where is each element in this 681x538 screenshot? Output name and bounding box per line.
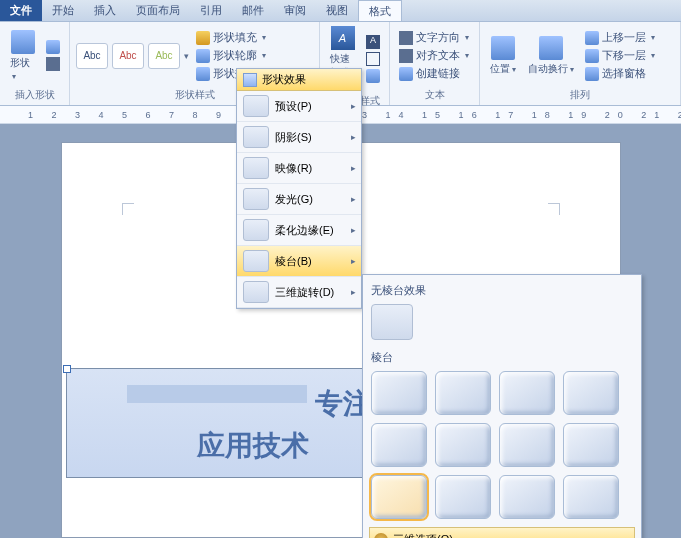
bevel-preset-6[interactable] — [435, 423, 491, 467]
style-preset-2[interactable]: Abc — [112, 43, 144, 69]
align-text-icon — [399, 49, 413, 63]
tab-references[interactable]: 引用 — [190, 0, 232, 21]
tab-mailings[interactable]: 邮件 — [232, 0, 274, 21]
text-fill-button[interactable]: A — [363, 34, 383, 50]
shapes-gallery-button[interactable]: 形状 — [6, 28, 39, 83]
align-text-button[interactable]: 对齐文本 — [396, 47, 472, 64]
bevel-submenu: 无棱台效果 棱台 三维选项(O)... — [362, 274, 642, 538]
tab-file[interactable]: 文件 — [0, 0, 42, 21]
fx-shadow-thumb — [243, 126, 269, 148]
chevron-right-icon: ▸ — [351, 256, 356, 266]
bevel-preset-5[interactable] — [371, 423, 427, 467]
3d-options-icon — [374, 533, 388, 539]
text-effects-button[interactable] — [363, 68, 383, 84]
bevel-preset-10[interactable] — [435, 475, 491, 519]
fx-glow[interactable]: 发光(G)▸ — [237, 184, 361, 215]
fx-reflection[interactable]: 映像(R)▸ — [237, 153, 361, 184]
chevron-right-icon: ▸ — [351, 163, 356, 173]
text-direction-button[interactable]: 文字方向 — [396, 29, 472, 46]
bevel-none-option[interactable] — [371, 304, 413, 340]
link-icon — [399, 67, 413, 81]
shape-effects-menu-header: 形状效果 — [237, 69, 361, 91]
position-button[interactable]: 位置 — [486, 34, 520, 78]
shape-effects-menu: 形状效果 预设(P)▸ 阴影(S)▸ 映像(R)▸ 发光(G)▸ 柔化边缘(E)… — [236, 68, 362, 309]
margin-corner-tl — [122, 203, 134, 215]
send-backward-button[interactable]: 下移一层 — [582, 47, 658, 64]
chevron-right-icon: ▸ — [351, 132, 356, 142]
effects-icon — [196, 67, 210, 81]
text-outline-button[interactable] — [363, 51, 383, 67]
fx-soft-edges[interactable]: 柔化边缘(E)▸ — [237, 215, 361, 246]
margin-corner-tr — [548, 203, 560, 215]
wrap-text-button[interactable]: 自动换行 — [524, 34, 578, 78]
wrap-icon — [539, 36, 563, 60]
outline-icon — [196, 49, 210, 63]
pane-icon — [585, 67, 599, 81]
edit-shape-icon — [46, 40, 60, 54]
text-effects-icon — [366, 69, 380, 83]
fx-shadow[interactable]: 阴影(S)▸ — [237, 122, 361, 153]
fx-preset-thumb — [243, 95, 269, 117]
bring-forward-button[interactable]: 上移一层 — [582, 29, 658, 46]
tab-review[interactable]: 审阅 — [274, 0, 316, 21]
position-icon — [491, 36, 515, 60]
group-label-insert-shapes: 插入形状 — [6, 87, 63, 103]
shapes-icon — [11, 30, 35, 54]
group-label-arrange: 排列 — [486, 87, 674, 103]
bevel-preset-9[interactable] — [371, 475, 427, 519]
bevel-preset-3[interactable] — [499, 371, 555, 415]
tab-page-layout[interactable]: 页面布局 — [126, 0, 190, 21]
chevron-right-icon: ▸ — [351, 287, 356, 297]
textbox-text-2: 应用技术 — [197, 427, 309, 465]
bevel-preset-7[interactable] — [499, 423, 555, 467]
group-arrange: 位置 自动换行 上移一层 下移一层 选择窗格 排列 — [480, 22, 681, 105]
group-insert-shapes: 形状 插入形状 — [0, 22, 70, 105]
bevel-preset-grid — [369, 369, 635, 521]
fx-3d-rotation[interactable]: 三维旋转(D)▸ — [237, 277, 361, 308]
create-link-button[interactable]: 创建链接 — [396, 65, 472, 82]
tab-format[interactable]: 格式 — [358, 0, 402, 21]
textbox-icon — [46, 57, 60, 71]
bevel-section-title: 棱台 — [369, 348, 635, 369]
fx-glow-thumb — [243, 188, 269, 210]
bevel-3d-options[interactable]: 三维选项(O)... — [369, 527, 635, 538]
selection-pane-button[interactable]: 选择窗格 — [582, 65, 658, 82]
fx-3d-rotation-thumb — [243, 281, 269, 303]
bevel-preset-1[interactable] — [371, 371, 427, 415]
textbox-highlight — [127, 385, 307, 403]
text-direction-icon — [399, 31, 413, 45]
bevel-preset-11[interactable] — [499, 475, 555, 519]
fx-reflection-thumb — [243, 157, 269, 179]
textbox-button[interactable] — [43, 56, 63, 72]
style-gallery-more[interactable]: ▾ — [184, 51, 189, 61]
chevron-right-icon: ▸ — [351, 194, 356, 204]
tab-view[interactable]: 视图 — [316, 0, 358, 21]
group-label-text: 文本 — [396, 87, 473, 103]
bevel-preset-8[interactable] — [563, 423, 619, 467]
backward-icon — [585, 49, 599, 63]
selected-textbox[interactable]: 专注 应用技术 — [66, 368, 406, 478]
fx-bevel-thumb — [243, 250, 269, 272]
shape-fill-button[interactable]: 形状填充 — [193, 29, 269, 46]
text-fill-icon: A — [366, 35, 380, 49]
bevel-preset-2[interactable] — [435, 371, 491, 415]
ribbon-tabbar: 文件 开始 插入 页面布局 引用 邮件 审阅 视图 格式 — [0, 0, 681, 22]
fx-bevel[interactable]: 棱台(B)▸ — [237, 246, 361, 277]
style-preset-1[interactable]: Abc — [76, 43, 108, 69]
edit-shape-button[interactable] — [43, 39, 63, 55]
bevel-none-title: 无棱台效果 — [369, 281, 635, 302]
fill-icon — [196, 31, 210, 45]
chevron-right-icon: ▸ — [351, 101, 356, 111]
bevel-preset-12[interactable] — [563, 475, 619, 519]
shape-outline-button[interactable]: 形状轮廓 — [193, 47, 269, 64]
bevel-preset-4[interactable] — [563, 371, 619, 415]
forward-icon — [585, 31, 599, 45]
tab-home[interactable]: 开始 — [42, 0, 84, 21]
chevron-right-icon: ▸ — [351, 225, 356, 235]
style-preset-3[interactable]: Abc — [148, 43, 180, 69]
shapes-label: 形状 — [10, 56, 35, 81]
tab-insert[interactable]: 插入 — [84, 0, 126, 21]
effects-header-icon — [243, 73, 257, 87]
fx-preset[interactable]: 预设(P)▸ — [237, 91, 361, 122]
wordart-icon: A — [331, 26, 355, 50]
